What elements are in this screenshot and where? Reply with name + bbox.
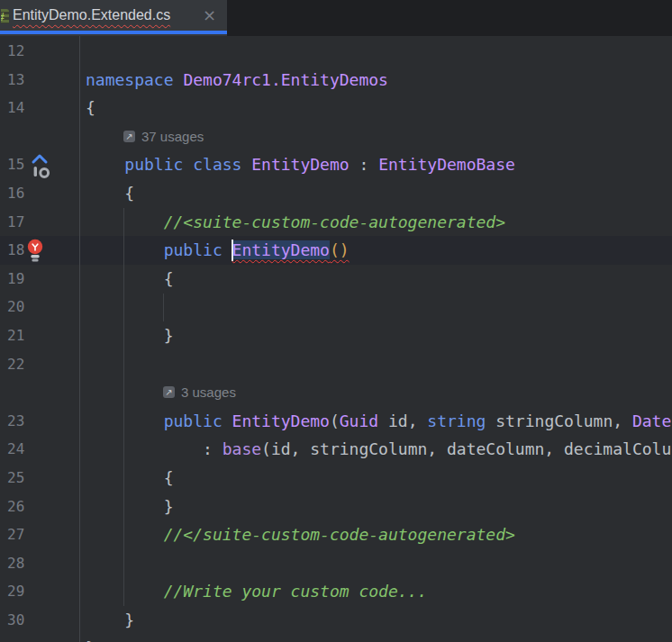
code-token: public <box>86 240 232 259</box>
usages-arrow-icon: ↗ <box>163 386 175 398</box>
ide-window: # EntityDemo.Extended.cs × 12 13 14 15 1… <box>0 0 672 642</box>
text-caret <box>232 240 233 261</box>
code-token: //</suite-custom-code-autogenerated> <box>86 525 515 544</box>
code-token: } <box>86 326 174 345</box>
code-line-14[interactable]: { <box>0 94 672 122</box>
code-token: } <box>86 497 174 516</box>
code-line-25[interactable]: { <box>0 464 672 493</box>
error-squiggle-span: EntityDemo() <box>232 240 350 259</box>
code-line-12[interactable] <box>0 37 672 66</box>
code-line-28[interactable] <box>0 549 672 578</box>
selected-text: EntityDemo <box>232 240 330 259</box>
code-token: : <box>86 439 222 458</box>
code-line-26[interactable]: } <box>0 493 672 521</box>
code-token: stringColumn, <box>486 411 632 430</box>
code-token: public <box>86 411 232 430</box>
code-token: id, <box>378 411 427 430</box>
code-token: EntityDemo <box>232 411 330 430</box>
close-icon[interactable]: × <box>201 7 218 23</box>
active-tab-indicator <box>0 31 227 34</box>
editor-tab-bar: # EntityDemo.Extended.cs × <box>0 0 672 36</box>
csharp-file-icon-glyph: # <box>1 9 9 23</box>
code-token: } <box>86 610 134 629</box>
code-line-29[interactable]: //Write your custom code... <box>0 577 672 606</box>
code-line-31[interactable]: } <box>0 634 672 642</box>
code-line-23[interactable]: public EntityDemo(Guid id, string string… <box>0 407 672 436</box>
usages-arrow-icon: ↗ <box>123 131 135 142</box>
code-token: Date <box>632 411 671 430</box>
code-token: public class <box>86 155 251 174</box>
code-token: EntityDemo <box>251 155 349 174</box>
code-token: { <box>86 468 174 487</box>
code-token: { <box>86 269 174 288</box>
usages-hint-class[interactable]: ↗37 usages <box>0 122 672 151</box>
code-token: () <box>330 240 350 259</box>
code-line-24[interactable]: : base(id, stringColumn, dateColumn, dec… <box>0 435 672 464</box>
code-token: EntityDemoBase <box>378 155 515 174</box>
code-token: : <box>350 155 379 174</box>
code-token: ( <box>330 411 340 430</box>
code-line-21[interactable]: } <box>0 321 672 350</box>
usages-hint-label: 3 usages <box>181 384 236 400</box>
code-line-19[interactable]: { <box>0 265 672 294</box>
code-line-13[interactable]: namespace Demo74rc1.EntityDemos <box>0 66 672 95</box>
code-token: (id, stringColumn, dateColumn, decimalCo… <box>261 439 671 458</box>
code-line-27[interactable]: //</suite-custom-code-autogenerated> <box>0 520 672 549</box>
code-rows: namespace Demo74rc1.EntityDemos { ↗37 us… <box>0 37 672 642</box>
usages-hint-ctor[interactable]: ↗3 usages <box>0 378 672 407</box>
tab-entitydemo-extended[interactable]: # EntityDemo.Extended.cs × <box>0 0 227 36</box>
code-token: Demo74rc1.EntityDemos <box>183 70 388 89</box>
code-token: } <box>86 638 95 642</box>
code-token: base <box>222 439 261 458</box>
code-token: //Write your custom code... <box>86 582 427 601</box>
code-line-16[interactable]: { <box>0 179 672 208</box>
code-line-22[interactable] <box>0 350 672 379</box>
usages-hint-label: 37 usages <box>141 129 204 144</box>
csharp-file-icon: # <box>1 7 9 23</box>
code-line-17[interactable]: //<suite-custom-code-autogenerated> <box>0 208 672 237</box>
code-token: { <box>86 98 95 117</box>
code-token: //<suite-custom-code-autogenerated> <box>86 212 505 231</box>
code-line-15[interactable]: public class EntityDemo : EntityDemoBase <box>0 150 672 179</box>
code-line-30[interactable]: } <box>0 606 672 635</box>
code-token: { <box>86 184 134 203</box>
code-line-20[interactable] <box>0 293 672 321</box>
code-line-18[interactable]: public EntityDemo() <box>0 236 672 265</box>
code-token: namespace <box>86 70 183 89</box>
code-editor[interactable]: 12 13 14 15 16 17 18 19 20 21 22 23 24 2… <box>0 36 672 642</box>
code-token: Guid <box>340 411 378 430</box>
tab-title: EntityDemo.Extended.cs <box>13 6 170 24</box>
code-token: string <box>427 411 486 430</box>
